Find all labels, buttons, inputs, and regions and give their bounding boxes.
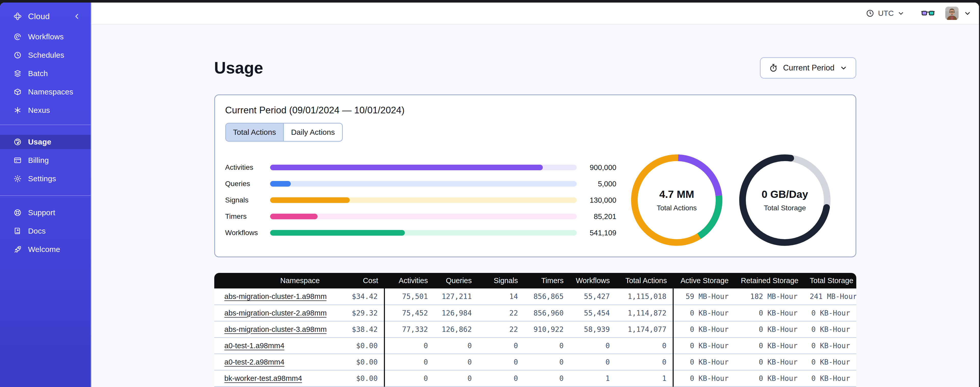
sidebar-item-label: Support	[28, 208, 55, 217]
namespace-link[interactable]: abs-migration-cluster-1.a98mm4	[224, 292, 326, 301]
total-storage-cell: 0 KB-Hour	[804, 370, 856, 387]
bar-track	[270, 214, 577, 219]
active-storage-cell: 0 KB-Hour	[673, 305, 735, 321]
timers-cell: 856,865	[524, 288, 570, 305]
activities-cell: 0	[384, 370, 434, 387]
retained-storage-cell: 0 KB-Hour	[735, 305, 804, 321]
account-menu-button[interactable]	[964, 10, 971, 17]
sidebar-item-billing[interactable]: Billing	[0, 153, 91, 168]
sidebar-item-label: Workflows	[28, 32, 64, 41]
batch-layers-icon	[13, 69, 22, 78]
chevron-down-icon	[840, 64, 847, 72]
column-header: Retained Storage	[735, 273, 804, 288]
content-area: Usage Current Period Current Period (09/…	[91, 24, 979, 387]
stopwatch-icon	[769, 63, 778, 72]
sidebar-item-nexus[interactable]: Nexus	[0, 103, 91, 117]
total-actions-cell: 0	[616, 354, 673, 370]
column-header: Signals	[478, 273, 524, 288]
sidebar-item-label: Billing	[28, 156, 49, 165]
sidebar-item-schedules[interactable]: Schedules	[0, 48, 91, 62]
user-avatar[interactable]	[945, 6, 959, 20]
app-window: Cloud Workflows Schedules Batch	[0, 3, 979, 387]
table-row: abs-migration-cluster-2.a98mm4 $29.32 75…	[214, 305, 856, 321]
sidebar-item-label: Nexus	[28, 106, 50, 115]
sidebar-account-group: Usage Billing Settings	[0, 135, 91, 190]
timezone-label: UTC	[878, 9, 894, 18]
tab-label: Total Actions	[233, 128, 276, 137]
sidebar-collapse-button[interactable]	[73, 13, 81, 20]
tab-total-actions[interactable]: Total Actions	[226, 123, 283, 141]
bar-fill	[270, 165, 543, 170]
activities-cell: 75,452	[384, 305, 434, 321]
active-storage-cell: 59 MB-Hour	[673, 288, 735, 305]
main-column: UTC Usage Current Period	[91, 3, 979, 387]
bar-row-signals: Signals 130,000	[225, 192, 617, 208]
billing-card-icon	[13, 156, 22, 165]
welcome-rocket-icon	[13, 245, 22, 254]
sidebar-item-label: Batch	[28, 69, 48, 78]
workflows-cell: 0	[570, 354, 616, 370]
brand-label: Cloud	[28, 12, 50, 21]
activities-cell: 0	[384, 354, 434, 370]
table-header-row: Namespace Cost Activities Queries Signal…	[214, 273, 856, 288]
queries-cell: 0	[434, 354, 478, 370]
namespace-cell: abs-migration-cluster-2.a98mm4	[214, 305, 326, 321]
schedules-icon	[13, 51, 22, 59]
total-storage-cell: 0 KB-Hour	[804, 305, 856, 321]
timers-cell: 0	[524, 354, 570, 370]
active-storage-cell: 0 KB-Hour	[673, 337, 735, 354]
timers-cell: 856,960	[524, 305, 570, 321]
sidebar-item-settings[interactable]: Settings	[0, 171, 91, 186]
namespaces-cube-icon	[13, 88, 22, 96]
queries-cell: 126,862	[434, 321, 478, 337]
table-body: abs-migration-cluster-1.a98mm4 $34.42 75…	[214, 288, 856, 387]
feedback-glasses-button[interactable]	[921, 10, 935, 17]
signals-cell: 0	[478, 337, 524, 354]
sidebar-item-usage[interactable]: Usage	[0, 135, 91, 149]
sidebar-item-support[interactable]: Support	[0, 205, 91, 220]
column-header: Total Actions	[616, 273, 673, 288]
sidebar-item-workflows[interactable]: Workflows	[0, 30, 91, 44]
workflows-cell: 55,454	[570, 305, 616, 321]
table-row: a0-test-2.a98mm4 $0.00 0 0 0 0 0 0 0	[214, 354, 856, 370]
bar-label: Signals	[225, 196, 270, 204]
period-selector-button[interactable]: Current Period	[760, 57, 856, 78]
docs-book-icon	[13, 227, 22, 235]
namespace-link[interactable]: a0-test-2.a98mm4	[224, 358, 285, 366]
retained-storage-cell: 182 MB-Hour	[735, 288, 804, 305]
bar-track	[270, 197, 577, 203]
bar-value: 5,000	[577, 180, 617, 188]
bar-track	[270, 165, 577, 170]
sidebar-item-batch[interactable]: Batch	[0, 66, 91, 81]
workflows-cell: 0	[570, 337, 616, 354]
namespace-cell: abs-migration-cluster-1.a98mm4	[214, 288, 326, 305]
table-row: abs-migration-cluster-1.a98mm4 $34.42 75…	[214, 288, 856, 305]
namespace-link[interactable]: abs-migration-cluster-2.a98mm4	[224, 309, 326, 317]
bar-row-workflows: Workflows 541,109	[225, 225, 617, 241]
support-lifebuoy-icon	[13, 208, 22, 217]
namespace-link[interactable]: abs-migration-cluster-3.a98mm4	[224, 325, 326, 333]
workflows-cell: 55,427	[570, 288, 616, 305]
queries-cell: 126,984	[434, 305, 478, 321]
retained-storage-cell: 0 KB-Hour	[735, 370, 804, 387]
activities-cell: 77,332	[384, 321, 434, 337]
sidebar-item-docs[interactable]: Docs	[0, 224, 91, 238]
active-storage-cell: 0 KB-Hour	[673, 370, 735, 387]
column-header: Namespace	[214, 273, 326, 288]
bar-fill	[270, 197, 350, 203]
total-storage-cell: 0 KB-Hour	[804, 337, 856, 354]
active-storage-cell: 0 KB-Hour	[673, 354, 735, 370]
donut-center-text: 0 GB/Day Total Storage	[739, 154, 830, 246]
timezone-selector[interactable]: UTC	[866, 9, 905, 18]
sidebar-item-label: Schedules	[28, 51, 64, 59]
sidebar-item-namespaces[interactable]: Namespaces	[0, 85, 91, 99]
sidebar-item-welcome[interactable]: Welcome	[0, 242, 91, 257]
column-header: Cost	[326, 273, 384, 288]
namespace-cell: a0-test-2.a98mm4	[214, 354, 326, 370]
sidebar-item-label: Namespaces	[28, 88, 73, 96]
tab-daily-actions[interactable]: Daily Actions	[283, 123, 342, 141]
total-storage-donut: 0 GB/Day Total Storage	[739, 154, 830, 246]
total-actions-cell: 1,174,077	[616, 321, 673, 337]
namespace-link[interactable]: bk-worker-test.a98mm4	[224, 374, 302, 382]
namespace-link[interactable]: a0-test-1.a98mm4	[224, 342, 285, 350]
